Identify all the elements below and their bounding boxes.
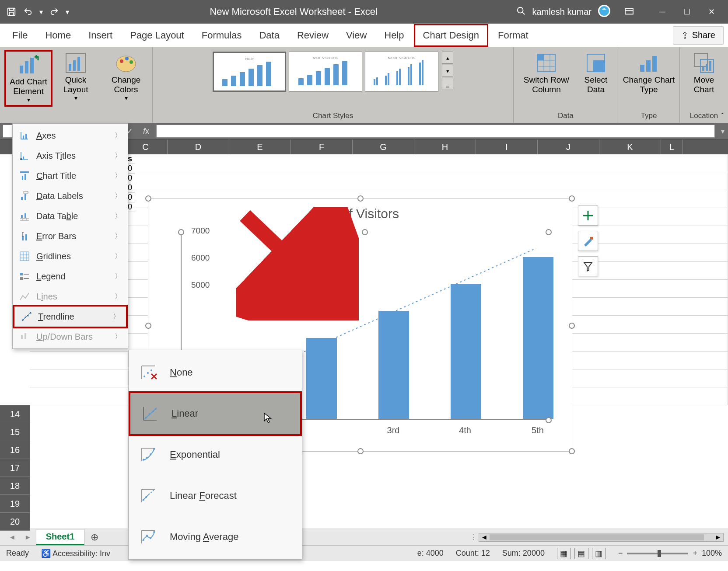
add-chart-element-button[interactable]: Add Chart Element▾	[4, 50, 52, 107]
accessibility-status[interactable]: ♿ Accessibility: Inv	[41, 549, 110, 558]
bar[interactable]	[306, 338, 337, 419]
row-header[interactable]: 20	[0, 513, 30, 531]
bar[interactable]	[451, 284, 481, 419]
ribbon-display-icon[interactable]	[617, 3, 641, 21]
zoom-out-icon[interactable]: −	[618, 549, 623, 558]
row-header[interactable]: 14	[0, 405, 30, 423]
zoom-slider[interactable]	[627, 553, 688, 554]
menu-axes[interactable]: Axes〉	[13, 125, 128, 146]
chart-filter-icon[interactable]	[578, 256, 598, 276]
submenu-exponential[interactable]: Exponential	[129, 434, 302, 475]
qat-customize-icon[interactable]: ▾	[64, 5, 71, 19]
chart-title[interactable]: No of Visitors	[148, 198, 572, 226]
tab-formulas[interactable]: Formulas	[194, 25, 250, 45]
tab-file[interactable]: File	[4, 25, 35, 45]
change-chart-type-button[interactable]: Change Chart Type	[623, 50, 675, 107]
gallery-more-button[interactable]: ⎯	[442, 78, 453, 90]
undo-dropdown-icon[interactable]: ▾	[38, 5, 45, 19]
user-avatar-icon[interactable]	[598, 4, 611, 20]
gallery-down-button[interactable]: ▾	[442, 65, 453, 77]
chart-style-2[interactable]: N:OF V:SITORS	[289, 52, 362, 92]
sheet-nav-next-icon[interactable]: ►	[20, 533, 36, 541]
zoom-in-icon[interactable]: +	[693, 549, 697, 558]
resize-handle[interactable]	[145, 195, 151, 202]
submenu-moving-average[interactable]: Moving Average	[129, 516, 302, 557]
chart-brush-icon[interactable]	[578, 231, 598, 251]
tab-format[interactable]: Format	[490, 25, 536, 45]
row-header[interactable]: 15	[0, 423, 30, 441]
col-header[interactable]: L	[661, 139, 683, 154]
tab-help[interactable]: Help	[376, 25, 412, 45]
change-colors-button[interactable]: Change Colors▾	[104, 50, 148, 107]
fx-icon[interactable]: fx	[139, 126, 154, 136]
share-button[interactable]: ⇪ Share	[673, 26, 724, 45]
col-header[interactable]: I	[476, 139, 538, 154]
save-icon[interactable]	[4, 5, 18, 19]
user-name[interactable]: kamlesh kumar	[532, 7, 592, 17]
undo-icon[interactable]	[21, 5, 35, 19]
chart-plus-icon[interactable]	[578, 205, 598, 226]
resize-handle[interactable]	[178, 229, 184, 235]
col-header[interactable]: E	[229, 139, 291, 154]
formula-expand-icon[interactable]: ▾	[718, 127, 728, 136]
resize-handle[interactable]	[546, 229, 552, 235]
hscroll-grip-icon[interactable]: ⋮	[470, 533, 477, 541]
redo-icon[interactable]	[47, 5, 61, 19]
resize-handle[interactable]	[569, 195, 575, 202]
page-break-view-icon[interactable]: ▥	[592, 548, 606, 559]
col-header[interactable]: D	[168, 139, 229, 154]
chart-style-1[interactable]: No.of	[213, 52, 286, 92]
bar[interactable]	[523, 257, 553, 419]
row-header[interactable]: 19	[0, 495, 30, 513]
tab-chart-design[interactable]: Chart Design	[414, 24, 488, 47]
zoom-level[interactable]: 100%	[702, 549, 722, 558]
menu-trendline[interactable]: Trendline〉	[13, 305, 128, 328]
sheet-nav-prev-icon[interactable]: ◄	[4, 533, 20, 541]
bar[interactable]	[378, 311, 409, 419]
col-header[interactable]: C	[124, 139, 168, 154]
menu-data-table[interactable]: Data Table〉	[13, 206, 128, 226]
maximize-button[interactable]: ☐	[675, 3, 699, 21]
move-chart-button[interactable]: Move Chart	[684, 50, 724, 107]
tab-data[interactable]: Data	[251, 25, 287, 45]
tab-review[interactable]: Review	[289, 25, 336, 45]
row-header[interactable]: 18	[0, 477, 30, 495]
page-layout-view-icon[interactable]: ▤	[574, 548, 588, 559]
menu-gridlines[interactable]: Gridlines〉	[13, 246, 128, 266]
chart-style-gallery[interactable]: No.of N:OF V:SITORS No OF VISITORS	[213, 50, 438, 92]
resize-handle[interactable]	[569, 448, 575, 454]
normal-view-icon[interactable]: ▦	[557, 548, 571, 559]
menu-legend[interactable]: Legend〉	[13, 266, 128, 286]
quick-layout-button[interactable]: Quick Layout▾	[56, 50, 95, 107]
collapse-ribbon-icon[interactable]: ˆ	[721, 112, 724, 120]
row-header[interactable]: 17	[0, 459, 30, 477]
minimize-button[interactable]: ─	[650, 3, 675, 21]
menu-chart-title[interactable]: Chart Title〉	[13, 166, 128, 186]
row-header[interactable]: 16	[0, 441, 30, 459]
col-header[interactable]: K	[599, 139, 661, 154]
close-button[interactable]: ✕	[699, 3, 724, 21]
menu-error-bars[interactable]: Error Bars〉	[13, 226, 128, 246]
tab-view[interactable]: View	[338, 25, 374, 45]
sheet-tab-1[interactable]: Sheet1	[36, 529, 85, 545]
tab-page-layout[interactable]: Page Layout	[122, 25, 192, 45]
chart-style-3[interactable]: No OF VISITORS	[365, 52, 438, 92]
menu-axis-titles[interactable]: aAxis Titles〉	[13, 146, 128, 166]
select-data-button[interactable]: Select Data	[578, 50, 613, 107]
resize-handle[interactable]	[145, 323, 151, 329]
resize-handle[interactable]	[362, 229, 368, 235]
search-icon[interactable]	[516, 6, 526, 18]
submenu-linear[interactable]: Linear	[129, 391, 302, 436]
submenu-none[interactable]: None	[129, 352, 302, 393]
col-header[interactable]: H	[414, 139, 476, 154]
resize-handle[interactable]	[546, 417, 552, 423]
switch-row-column-button[interactable]: Switch Row/ Column	[518, 50, 575, 107]
menu-data-labels[interactable]: Data Labels〉	[13, 186, 128, 206]
resize-handle[interactable]	[357, 195, 364, 202]
resize-handle[interactable]	[569, 323, 575, 329]
formula-input[interactable]	[156, 125, 715, 138]
col-header[interactable]: J	[538, 139, 599, 154]
col-header[interactable]: G	[353, 139, 414, 154]
horizontal-scrollbar[interactable]: ◄ ►	[479, 533, 724, 542]
new-sheet-icon[interactable]: ⊕	[84, 532, 105, 543]
